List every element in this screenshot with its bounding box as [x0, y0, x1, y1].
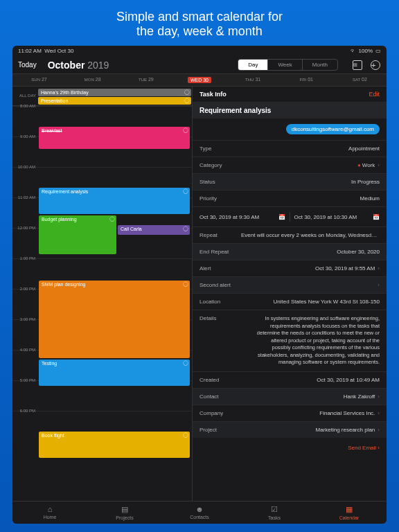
date-range[interactable]: Oct 30, 2019 at 9:30 AM📅 Oct 30, 2019 at…	[193, 206, 387, 227]
tab-home[interactable]: ⌂Home	[12, 505, 87, 520]
seg-day[interactable]: Day	[238, 60, 267, 70]
add-icon[interactable]: +	[370, 60, 381, 71]
seg-month[interactable]: Month	[302, 60, 337, 70]
send-email-button[interactable]: Send Email ›	[193, 438, 387, 458]
tab-tasks[interactable]: ☑Tasks	[237, 505, 312, 520]
email-pill[interactable]: dkconsultingsoftware@gmail.com	[286, 124, 380, 134]
company-row[interactable]: CompanyFinancial Services Inc.›	[193, 405, 387, 421]
task-title: Requirement analysis	[193, 103, 387, 118]
device-frame: 11:02 AM Wed Oct 30 ᯤ100%▭ Today October…	[12, 46, 387, 524]
month-label[interactable]: October 2019	[48, 60, 109, 71]
day-column[interactable]: SUN 27	[12, 74, 66, 86]
calendar-header: Today October 2019 Day Week Month ⊞ +	[12, 56, 387, 73]
tab-projects[interactable]: ▤Projects	[87, 505, 162, 520]
weekday-row: SUN 27MON 28TUE 29WED 30THU 31FRI 01SAT …	[12, 73, 387, 87]
calendar-event[interactable]: Breakfast◯	[39, 127, 190, 149]
view-segmented-control[interactable]: Day Week Month	[238, 59, 338, 71]
allday-row: ALL DAY Hanna's 29th Birthday◯Presentati…	[12, 87, 192, 106]
today-button[interactable]: Today	[18, 61, 37, 69]
seg-week[interactable]: Week	[267, 60, 301, 70]
day-column[interactable]: SAT 02	[333, 74, 387, 86]
day-column[interactable]: TUE 29	[119, 74, 172, 86]
edit-button[interactable]: Edit	[369, 91, 380, 98]
alert-row[interactable]: AlertOct 30, 2019 at 9:55 AM›	[193, 260, 387, 276]
day-column[interactable]: THU 31	[227, 74, 280, 86]
tab-bar: ⌂Home▤Projects☻Contacts☑Tasks▦Calendar	[12, 501, 387, 524]
panel-title: Task Info	[200, 91, 227, 98]
status-bar: 11:02 AM Wed Oct 30 ᯤ100%▭	[12, 46, 387, 56]
tab-contacts[interactable]: ☻Contacts	[162, 505, 237, 520]
calendar-end-icon: 📅	[373, 214, 380, 220]
day-column[interactable]: WED 30	[172, 74, 226, 86]
promo-headline: Simple and smart calendar for the day, w…	[0, 0, 399, 46]
calendar-event[interactable]: Testing◯	[39, 360, 190, 386]
day-column[interactable]: FRI 01	[280, 74, 333, 86]
battery-icon: ▭	[375, 48, 381, 54]
allday-event[interactable]: Presentation◯	[38, 97, 191, 105]
calendar-event[interactable]: Book flight◯	[39, 432, 190, 458]
day-column[interactable]: MON 28	[66, 74, 119, 86]
wifi-icon: ᯤ	[351, 48, 356, 54]
calendar-event[interactable]: Requirement analysis◯	[39, 188, 190, 214]
category-row[interactable]: Category●Work›	[193, 157, 387, 173]
tab-calendar[interactable]: ▦Calendar	[312, 505, 387, 520]
contact-row[interactable]: ContactHank Zakroff›	[193, 388, 387, 405]
calendar-event[interactable]: SMM plan designing◯	[39, 281, 190, 358]
calendar-event[interactable]: Budget planning◯	[39, 215, 116, 254]
task-info-panel: Task Info Edit Requirement analysis dkco…	[193, 87, 387, 501]
second-alert-row[interactable]: Second alert›	[193, 276, 387, 293]
grid-icon[interactable]: ⊞	[352, 60, 363, 71]
calendar-start-icon: 📅	[278, 214, 285, 220]
calendar-event[interactable]: Call Carla◯	[118, 225, 190, 235]
allday-event[interactable]: Hanna's 29th Birthday◯	[38, 89, 191, 96]
calendar-timeline[interactable]: ALL DAY Hanna's 29th Birthday◯Presentati…	[12, 87, 193, 501]
project-row[interactable]: ProjectMarketing research plan›	[193, 421, 387, 438]
